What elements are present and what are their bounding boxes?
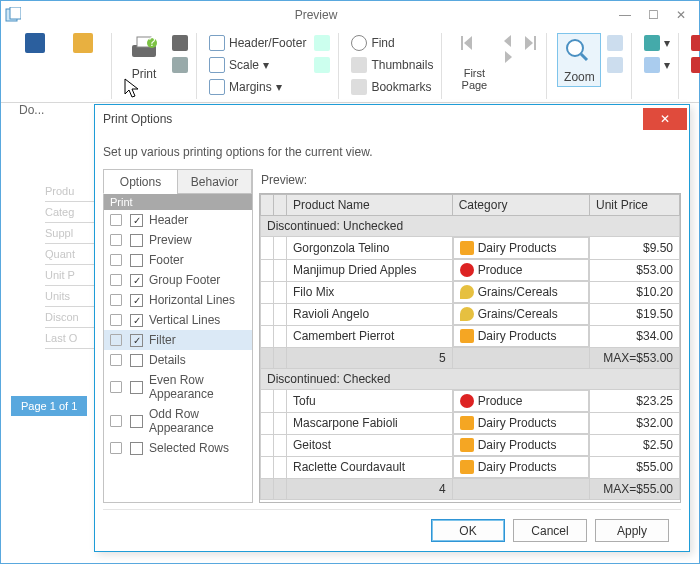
checkbox-icon: [130, 294, 143, 307]
size-button[interactable]: [312, 55, 332, 75]
group-summary: 5MAX=$53.00: [261, 348, 680, 369]
option-label: Details: [149, 353, 186, 367]
app-icon: [5, 7, 21, 23]
option-label: Odd Row Appearance: [149, 407, 246, 435]
thumbnails-button[interactable]: Thumbnails: [349, 55, 435, 75]
print-dropdown[interactable]: ? Print: [122, 33, 166, 81]
open-button[interactable]: [61, 33, 105, 53]
bg-row: Suppl: [45, 223, 95, 244]
preview-label: Preview:: [259, 169, 681, 193]
save-button[interactable]: [13, 33, 57, 53]
preview-pane: Product Name Category Unit Price Discont…: [259, 193, 681, 503]
table-row: Manjimup Dried ApplesProduce$53.00: [261, 259, 680, 281]
export-pdf-button[interactable]: ▾: [689, 33, 700, 53]
option-swatch: [110, 442, 122, 454]
last-page-icon[interactable]: [520, 33, 540, 53]
watermark-button[interactable]: ▾: [642, 55, 672, 75]
header-footer-button[interactable]: Header/Footer: [207, 33, 308, 53]
svg-rect-1: [10, 7, 21, 19]
margins-dropdown[interactable]: Margins ▾: [207, 77, 308, 97]
doc-group-caption: Do...: [19, 103, 44, 117]
tab-options[interactable]: Options: [103, 169, 178, 194]
option-swatch: [110, 381, 122, 393]
first-page-button[interactable]: FirstPage: [452, 33, 496, 91]
option-group-footer[interactable]: Group Footer: [104, 270, 252, 290]
tab-behavior[interactable]: Behavior: [177, 169, 252, 194]
checkbox-icon: [130, 354, 143, 367]
scale-dropdown[interactable]: Scale ▾: [207, 55, 308, 75]
first-page-icon: [458, 33, 490, 65]
options-section-header: Print: [104, 194, 252, 210]
option-swatch: [110, 254, 122, 266]
option-label: Vertical Lines: [149, 313, 220, 327]
dialog-close-button[interactable]: ✕: [643, 108, 687, 130]
bg-row: Discon: [45, 307, 95, 328]
bg-row: Categ: [45, 202, 95, 223]
dialog-footer: OK Cancel Apply: [103, 509, 681, 551]
print-options-button[interactable]: [170, 55, 190, 75]
option-horizontal-lines[interactable]: Horizontal Lines: [104, 290, 252, 310]
bg-row: Quant: [45, 244, 95, 265]
option-vertical-lines[interactable]: Vertical Lines: [104, 310, 252, 330]
window-title: Preview: [21, 8, 611, 22]
option-footer[interactable]: Footer: [104, 250, 252, 270]
bgcolor-button[interactable]: ▾: [642, 33, 672, 53]
svg-point-8: [567, 40, 583, 56]
minimize-button[interactable]: —: [611, 5, 639, 25]
option-swatch: [110, 314, 122, 326]
magnifier-icon: [563, 36, 595, 68]
option-selected-rows[interactable]: Selected Rows: [104, 438, 252, 458]
group-summary: 4MAX=$55.00: [261, 479, 680, 500]
option-label: Footer: [149, 253, 184, 267]
col-product-name: Product Name: [287, 195, 453, 216]
prev-page-icon[interactable]: [500, 33, 516, 49]
svg-text:?: ?: [149, 35, 156, 49]
checkbox-icon: [130, 381, 143, 394]
option-label: Preview: [149, 233, 192, 247]
find-button[interactable]: Find: [349, 33, 435, 53]
option-preview[interactable]: Preview: [104, 230, 252, 250]
checkbox-icon: [130, 415, 143, 428]
send-pdf-button[interactable]: ▾: [689, 55, 700, 75]
option-swatch: [110, 354, 122, 366]
option-label: Header: [149, 213, 188, 227]
next-page-icon[interactable]: [500, 49, 516, 65]
checkbox-icon: [130, 274, 143, 287]
option-details[interactable]: Details: [104, 350, 252, 370]
svg-rect-6: [461, 36, 463, 50]
orientation-button[interactable]: [312, 33, 332, 53]
table-row: Camembert PierrotDairy Products$34.00: [261, 325, 680, 348]
window-titlebar: Preview — ☐ ✕: [1, 1, 699, 29]
options-panel: Options Behavior Print HeaderPreviewFoot…: [103, 169, 253, 503]
ribbon: ? Print Header/Footer Scale ▾ Margins ▾: [1, 29, 699, 103]
bookmarks-button[interactable]: Bookmarks: [349, 77, 435, 97]
mail-icon: [691, 57, 700, 73]
col-category: Category: [452, 195, 589, 216]
zoom-dropdown[interactable]: Zoom: [557, 33, 601, 87]
option-odd-row-appearance[interactable]: Odd Row Appearance: [104, 404, 252, 438]
maximize-button[interactable]: ☐: [639, 5, 667, 25]
preview-table: Product Name Category Unit Price Discont…: [260, 194, 680, 500]
table-row: Raclette CourdavaultDairy Products$55.00: [261, 456, 680, 479]
status-bar: Page 1 of 1: [11, 396, 87, 416]
quick-print-button[interactable]: [170, 33, 190, 53]
apply-button[interactable]: Apply: [595, 519, 669, 542]
option-swatch: [110, 214, 122, 226]
bg-row: Units: [45, 286, 95, 307]
singlepage-button[interactable]: [605, 55, 625, 75]
option-even-row-appearance[interactable]: Even Row Appearance: [104, 370, 252, 404]
cancel-button[interactable]: Cancel: [513, 519, 587, 542]
checkbox-icon: [130, 314, 143, 327]
svg-line-9: [581, 54, 587, 60]
option-swatch: [110, 274, 122, 286]
multipage-button[interactable]: [605, 33, 625, 53]
checkbox-icon: [130, 234, 143, 247]
dialog-title: Print Options: [103, 112, 643, 126]
checkbox-icon: [130, 334, 143, 347]
close-window-button[interactable]: ✕: [667, 5, 695, 25]
option-header[interactable]: Header: [104, 210, 252, 230]
ok-button[interactable]: OK: [431, 519, 505, 542]
option-filter[interactable]: Filter: [104, 330, 252, 350]
dialog-subtitle: Set up various printing options for the …: [95, 133, 689, 169]
group-header: Discontinued: Checked: [261, 369, 680, 390]
